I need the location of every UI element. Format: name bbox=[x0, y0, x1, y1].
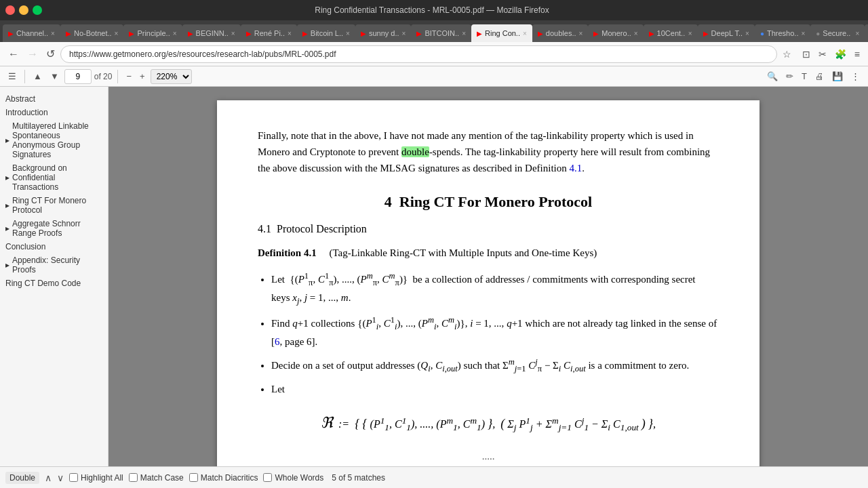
youtube-favicon: ▶ bbox=[416, 30, 422, 37]
find-next-button[interactable]: ∨ bbox=[57, 472, 64, 483]
menu-button[interactable]: ≡ bbox=[852, 47, 863, 61]
refresh-button[interactable]: ↺ bbox=[43, 46, 58, 62]
tab-deepl[interactable]: ▶ DeepL T.. × bbox=[698, 24, 755, 42]
sidebar-item-aggregate[interactable]: ▸ Aggregate Schnorr Range Proofs bbox=[0, 217, 108, 240]
tab-close-icon[interactable]: × bbox=[51, 30, 55, 37]
tab-close-icon[interactable]: × bbox=[346, 30, 350, 37]
tab-secure[interactable]: ● Secure.. × bbox=[810, 24, 865, 42]
tab-close-icon[interactable]: × bbox=[801, 30, 805, 37]
match-diacritics-checkbox[interactable] bbox=[189, 473, 198, 482]
sidebar-item-appendix[interactable]: ▸ Appendix: Security Proofs bbox=[0, 253, 108, 277]
highlight-all-option[interactable]: Highlight All bbox=[69, 473, 123, 483]
address-bar[interactable] bbox=[60, 45, 777, 63]
forward-button[interactable]: → bbox=[24, 47, 41, 62]
tab-close-icon[interactable]: × bbox=[745, 30, 749, 37]
whole-words-option[interactable]: Whole Words bbox=[263, 473, 323, 483]
sidebar-item-ringct[interactable]: ▸ Ring CT For Monero Protocol bbox=[0, 194, 108, 217]
tab-nobotnet[interactable]: ▶ No-Botnet.. × bbox=[60, 24, 123, 42]
prev-page-button[interactable]: ▲ bbox=[31, 70, 45, 83]
tab-close-icon[interactable]: × bbox=[688, 30, 692, 37]
annotation-button[interactable]: ✏ bbox=[783, 70, 796, 83]
zoom-in-button[interactable]: + bbox=[137, 70, 148, 83]
youtube-favicon: ▶ bbox=[129, 30, 134, 37]
definition-line: Definition 4.1 (Tag-Linkable Ring-CT wit… bbox=[258, 245, 719, 261]
pdf-sidebar[interactable]: Abstract Introduction ▸ Multilayered Lin… bbox=[0, 87, 108, 466]
maximize-button[interactable] bbox=[33, 5, 42, 15]
tab-close-icon[interactable]: × bbox=[115, 30, 119, 37]
bookmark-button[interactable]: ☆ bbox=[780, 47, 794, 61]
tab-label: Ring Con.. bbox=[485, 29, 520, 37]
match-case-option[interactable]: Match Case bbox=[129, 473, 184, 483]
tab-sunny[interactable]: ▶ sunny d.. × bbox=[355, 24, 411, 42]
pdf-content-area[interactable]: Finally, note that in the above, I have … bbox=[108, 87, 868, 466]
sidebar-item-abstract[interactable]: Abstract bbox=[0, 92, 108, 106]
tab-monero[interactable]: ▶ Monero.. × bbox=[588, 24, 643, 42]
youtube-favicon: ▶ bbox=[8, 30, 14, 37]
tab-close-icon[interactable]: × bbox=[579, 30, 583, 37]
tab-bitcoin[interactable]: ▶ Bitcoin L.. × bbox=[297, 24, 355, 42]
tab-label: Bitcoin L.. bbox=[311, 29, 343, 37]
tab-close-icon[interactable]: × bbox=[288, 30, 292, 37]
print-button[interactable]: 🖨 bbox=[812, 70, 827, 83]
toggle-sidebar-button[interactable]: ☰ bbox=[5, 70, 19, 83]
chevron-right-icon: ▸ bbox=[5, 224, 9, 233]
whole-words-checkbox[interactable] bbox=[263, 473, 272, 482]
text-select-button[interactable]: T bbox=[799, 70, 810, 83]
next-page-button[interactable]: ▼ bbox=[47, 70, 62, 83]
reader-view-icon[interactable]: ⊡ bbox=[800, 47, 813, 61]
tab-label: No-Botnet.. bbox=[74, 29, 112, 37]
sidebar-item-background[interactable]: ▸ Background on Confidential Transaction… bbox=[0, 161, 108, 194]
definition-link-41[interactable]: 4.1 bbox=[570, 163, 583, 174]
tab-close-icon[interactable]: × bbox=[634, 30, 638, 37]
zoom-out-button[interactable]: − bbox=[123, 70, 134, 83]
ref-link-6[interactable]: 6 bbox=[275, 336, 280, 347]
tab-principles[interactable]: ▶ Principle.. × bbox=[123, 24, 182, 42]
section-heading: 4 Ring CT For Monero Protocol bbox=[258, 190, 719, 214]
tab-ringconf[interactable]: ▶ Ring Con.. × bbox=[471, 24, 532, 42]
sidebar-item-conclusion[interactable]: Conclusion bbox=[0, 240, 108, 253]
find-prev-button[interactable]: ∧ bbox=[45, 472, 52, 483]
navbar: ← → ↺ ☆ ⊡ ✂ 🧩 ≡ bbox=[0, 42, 868, 66]
tab-close-icon[interactable]: × bbox=[173, 30, 177, 37]
match-case-checkbox[interactable] bbox=[129, 473, 138, 482]
tab-channel[interactable]: ▶ Channel.. × bbox=[3, 24, 60, 42]
tab-close-icon[interactable]: × bbox=[462, 30, 466, 37]
tab-close-icon[interactable]: × bbox=[523, 30, 527, 37]
tab-label: Principle.. bbox=[137, 29, 170, 37]
sidebar-item-multilayered[interactable]: ▸ Multilayered Linkable Spontaneous Anon… bbox=[0, 119, 108, 161]
pdf-toolbar-right: 🔍 ✏ T 🖨 💾 ⋮ bbox=[764, 70, 863, 83]
tab-10cents[interactable]: ▶ 10Cent.. × bbox=[644, 24, 698, 42]
highlight-all-label: Highlight All bbox=[81, 473, 123, 483]
intro-paragraph: Finally, note that in the above, I have … bbox=[258, 127, 719, 176]
highlight-all-checkbox[interactable] bbox=[69, 473, 78, 482]
sidebar-label: Abstract bbox=[5, 94, 35, 104]
tab-close-icon[interactable]: × bbox=[231, 30, 235, 37]
tab-krypto[interactable]: ● Krypto.. × bbox=[865, 24, 868, 42]
tab-close-icon[interactable]: × bbox=[402, 30, 406, 37]
tab-close-icon[interactable]: × bbox=[855, 30, 859, 37]
close-button[interactable] bbox=[5, 5, 15, 15]
sidebar-label: Aggregate Schnorr Range Proofs bbox=[12, 219, 102, 238]
extension-icon[interactable]: 🧩 bbox=[832, 47, 849, 61]
more-actions-button[interactable]: ⋮ bbox=[848, 70, 863, 83]
tab-bitcoin2[interactable]: ▶ BITCOIN.. × bbox=[411, 24, 471, 42]
zoom-select[interactable]: 220% 150% 100% 75% bbox=[151, 69, 192, 84]
google-favicon: ● bbox=[760, 30, 764, 37]
page-number-input[interactable] bbox=[64, 69, 92, 84]
screenshot-icon[interactable]: ✂ bbox=[816, 47, 829, 61]
save-button[interactable]: 💾 bbox=[829, 70, 846, 83]
back-button[interactable]: ← bbox=[5, 47, 22, 62]
tab-beginners[interactable]: ▶ BEGINN.. × bbox=[182, 24, 241, 42]
minimize-button[interactable] bbox=[19, 5, 28, 15]
tab-rene[interactable]: ▶ René Pi.. × bbox=[241, 24, 297, 42]
tab-doubles[interactable]: ▶ doubles.. × bbox=[532, 24, 589, 42]
sidebar-item-democode[interactable]: Ring CT Demo Code bbox=[0, 277, 108, 290]
tab-label: DeepL T.. bbox=[711, 29, 743, 37]
sidebar-item-introduction[interactable]: Introduction bbox=[0, 106, 108, 119]
sidebar-label: Multilayered Linkable Spontaneous Anonym… bbox=[12, 121, 102, 159]
list-item: Decide on a set of output addresses (Qi,… bbox=[271, 355, 719, 375]
tab-thresh[interactable]: ● Thresho.. × bbox=[755, 24, 810, 42]
match-diacritics-option[interactable]: Match Diacritics bbox=[189, 473, 258, 483]
youtube-favicon: ▶ bbox=[361, 30, 366, 37]
find-button[interactable]: 🔍 bbox=[764, 70, 781, 83]
